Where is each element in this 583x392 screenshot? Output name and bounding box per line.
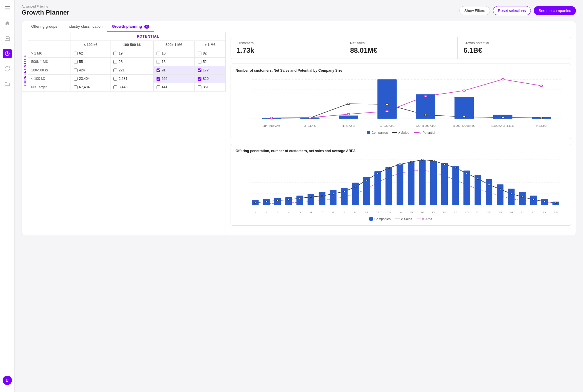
right-panel: Customers1.73kNet sales88.01M€Growth pot… <box>226 32 576 235</box>
grid-cell[interactable]: 28 <box>110 58 153 66</box>
legend-line-icon <box>395 218 403 220</box>
svg-text:28: 28 <box>554 211 558 214</box>
cell-checkbox[interactable] <box>113 85 117 89</box>
sidebar-icon-menu[interactable] <box>3 3 12 13</box>
user-avatar[interactable]: U <box>3 376 12 385</box>
cell-checkbox[interactable] <box>74 77 78 81</box>
grid-cell[interactable]: 3,448 <box>110 83 153 92</box>
svg-text:1-5M€: 1-5M€ <box>342 124 355 127</box>
header-left: Advanced Filtering Growth Planner <box>22 5 69 16</box>
main-card: Offering groups Industry classification … <box>22 21 576 235</box>
svg-text:26: 26 <box>532 211 535 214</box>
cell-checkbox[interactable] <box>198 85 201 89</box>
chart1-legend: CompaniesSalesPotential <box>236 131 566 134</box>
cell-checkbox[interactable] <box>198 77 201 81</box>
show-filters-button[interactable]: Show Filters <box>459 6 490 15</box>
chart2-legend: CompaniesSalesArpa <box>236 217 566 221</box>
cell-checkbox[interactable] <box>74 68 78 72</box>
sidebar-icon-refresh[interactable] <box>3 64 12 73</box>
svg-point-32 <box>347 113 350 115</box>
svg-text:5: 5 <box>299 211 301 214</box>
svg-point-84 <box>310 196 312 197</box>
cell-checkbox[interactable] <box>74 60 78 64</box>
cell-checkbox[interactable] <box>74 85 78 89</box>
svg-rect-60 <box>352 183 359 205</box>
grid-cell[interactable]: 424 <box>71 66 110 75</box>
cell-checkbox[interactable] <box>74 52 78 55</box>
content-body: POTENTIAL < 100 k€ 100-500 k€ 500k-1 M€ … <box>22 32 576 235</box>
grid-cell[interactable]: 10 <box>153 49 194 58</box>
cell-checkbox[interactable] <box>157 52 160 55</box>
svg-text:19: 19 <box>454 211 458 214</box>
grid-cell[interactable]: 2,581 <box>110 75 153 83</box>
reset-selections-button[interactable]: Reset selections <box>493 6 531 15</box>
tab-growth[interactable]: Growth planning 4 <box>107 21 154 32</box>
svg-point-34 <box>424 95 427 97</box>
legend-line-icon <box>414 132 421 133</box>
grid-cell[interactable]: 351 <box>194 83 225 92</box>
cell-checkbox[interactable] <box>113 77 117 81</box>
svg-text:12: 12 <box>376 211 380 214</box>
grid-cell[interactable]: 52 <box>194 58 225 66</box>
svg-text:50-100M€: 50-100M€ <box>416 124 436 127</box>
grid-cell[interactable]: 91 <box>153 66 194 75</box>
grid-cell[interactable]: 62 <box>71 49 110 58</box>
tab-offering[interactable]: Offering groups <box>27 21 62 32</box>
svg-point-27 <box>463 116 466 118</box>
sidebar-icon-home[interactable] <box>3 19 12 28</box>
cell-checkbox[interactable] <box>157 77 160 81</box>
svg-point-29 <box>540 117 542 119</box>
svg-text:unknown: unknown <box>263 124 280 127</box>
cell-checkbox[interactable] <box>198 52 201 55</box>
grid-cell[interactable]: 18 <box>153 58 194 66</box>
col-header-empty <box>28 41 71 49</box>
kpi-card-2: Growth potential6.1B€ <box>458 37 571 59</box>
svg-point-96 <box>444 164 445 165</box>
svg-text:23: 23 <box>498 211 502 214</box>
chart2-title: Offering penetration, number of customer… <box>236 149 566 153</box>
svg-text:2: 2 <box>266 211 267 214</box>
svg-text:21: 21 <box>476 211 480 214</box>
svg-point-92 <box>399 164 401 165</box>
kpi-value: 88.01M€ <box>350 46 452 55</box>
cell-checkbox[interactable] <box>113 68 117 72</box>
sidebar-icon-folder[interactable] <box>3 79 12 89</box>
grid-cell[interactable]: 221 <box>110 66 153 75</box>
grid-cell[interactable]: 441 <box>153 83 194 92</box>
svg-text:15: 15 <box>409 211 413 214</box>
col-header-3: > 1 M€ <box>194 41 225 49</box>
svg-rect-62 <box>374 171 381 205</box>
cell-checkbox[interactable] <box>157 60 160 64</box>
svg-text:9: 9 <box>343 211 345 214</box>
see-companies-button[interactable]: See the companies <box>534 6 576 15</box>
cell-checkbox[interactable] <box>157 85 160 89</box>
svg-point-35 <box>463 90 466 92</box>
cell-checkbox[interactable] <box>198 68 201 72</box>
kpi-label: Growth potential <box>463 41 565 45</box>
grid-cell[interactable]: 82 <box>194 49 225 58</box>
svg-point-86 <box>332 193 334 194</box>
grid-cell[interactable]: 19 <box>110 49 153 58</box>
cell-checkbox[interactable] <box>157 68 160 72</box>
svg-rect-59 <box>341 188 348 205</box>
grid-cell[interactable]: 172 <box>194 66 225 75</box>
grid-cell[interactable]: 55 <box>71 58 110 66</box>
svg-text:100-500M€: 100-500M€ <box>453 124 475 127</box>
col-header-2: 500k-1 M€ <box>153 41 194 49</box>
col-header-0: < 100 k€ <box>71 41 110 49</box>
grid-cell[interactable]: 820 <box>194 75 225 83</box>
svg-text:1: 1 <box>254 211 256 214</box>
svg-text:>1B€: >1B€ <box>536 124 547 127</box>
svg-rect-75 <box>519 192 526 205</box>
grid-cell[interactable]: 67,484 <box>71 83 110 92</box>
grid-cell[interactable]: 23,404 <box>71 75 110 83</box>
cell-checkbox[interactable] <box>198 60 201 64</box>
sidebar-icon-reports[interactable] <box>3 34 12 43</box>
cell-checkbox[interactable] <box>113 60 117 64</box>
grid-cell[interactable]: 655 <box>153 75 194 83</box>
svg-rect-69 <box>452 166 459 205</box>
sidebar-icon-analytics[interactable] <box>3 49 12 58</box>
svg-rect-73 <box>497 184 503 205</box>
tab-industry[interactable]: Industry classification <box>62 21 107 32</box>
cell-checkbox[interactable] <box>113 52 117 55</box>
